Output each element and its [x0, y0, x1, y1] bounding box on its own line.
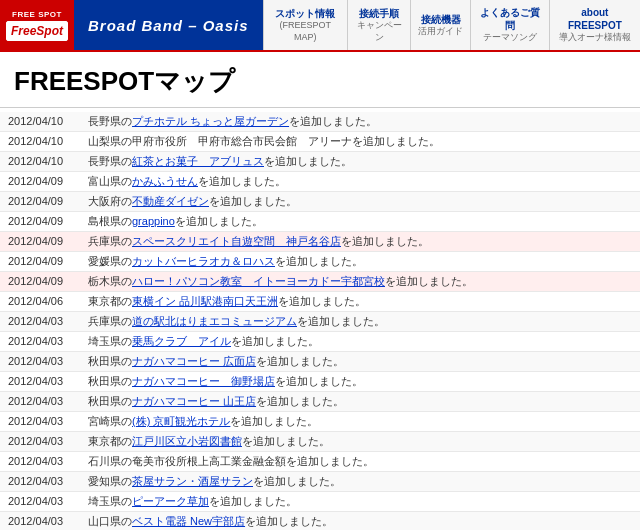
entry-date: 2012/04/10 — [8, 155, 88, 167]
freespot-logo-box: FreeSpot — [6, 21, 68, 41]
nav-sub-devices: 活用ガイド — [418, 26, 463, 38]
entry-row: 2012/04/03秋田県のナガハマコーヒー 広面店を追加しました。 — [0, 352, 640, 372]
entry-link[interactable]: かみふうせん — [132, 175, 198, 187]
entry-date: 2012/04/09 — [8, 275, 88, 287]
header: FREE SPOT FreeSpot Broad Band – Oasis スポ… — [0, 0, 640, 52]
freespot-badge: FREE SPOT — [9, 9, 65, 20]
entry-text: 埼玉県のピーアーク草加を追加しました。 — [88, 494, 632, 509]
entry-link[interactable]: スペースクリエイト自遊空間 神戸名谷店 — [132, 235, 341, 247]
entry-link[interactable]: カットバーヒラオカ＆ロハス — [132, 255, 275, 267]
entry-link[interactable]: ナガハマコーヒー 御野場店 — [132, 375, 275, 387]
entry-text: 大阪府の不動産ダイゼンを追加しました。 — [88, 194, 632, 209]
entry-text: 東京都の江戸川区立小岩図書館を追加しました。 — [88, 434, 632, 449]
entry-row: 2012/04/09栃木県のハロー！パソコン教室 イトーヨーカドー宇都宮校を追加… — [0, 272, 640, 292]
entry-row: 2012/04/03石川県の奄美市役所根上高工業金融金額を追加しました。 — [0, 452, 640, 472]
entry-link[interactable]: 江戸川区立小岩図書館 — [132, 435, 242, 447]
entry-row: 2012/04/09兵庫県のスペースクリエイト自遊空間 神戸名谷店を追加しました… — [0, 232, 640, 252]
entry-row: 2012/04/03山口県のベスト電器 New宇部店を追加しました。 — [0, 512, 640, 530]
entry-text: 石川県の奄美市役所根上高工業金融金額を追加しました。 — [88, 454, 632, 469]
entry-text: 宮崎県の(株) 京町観光ホテルを追加しました。 — [88, 414, 632, 429]
entry-text: 山口県のベスト電器 New宇部店を追加しました。 — [88, 514, 632, 529]
entry-row: 2012/04/03東京都の江戸川区立小岩図書館を追加しました。 — [0, 432, 640, 452]
entry-row: 2012/04/03埼玉県のピーアーク草加を追加しました。 — [0, 492, 640, 512]
entry-row: 2012/04/03兵庫県の道の駅北はりまエコミュージアムを追加しました。 — [0, 312, 640, 332]
entry-link[interactable]: (株) 京町観光ホテル — [132, 415, 230, 427]
entry-link[interactable]: 不動産ダイゼン — [132, 195, 209, 207]
entry-text: 愛知県の茶屋サラン・酒屋サランを追加しました。 — [88, 474, 632, 489]
entry-link[interactable]: ナガハマコーヒー 山王店 — [132, 395, 256, 407]
nav-sub-connect: キャンペーン — [354, 20, 404, 43]
entry-row: 2012/04/03宮崎県の(株) 京町観光ホテルを追加しました。 — [0, 412, 640, 432]
page-title-area: FREESPOTマップ — [0, 52, 640, 108]
logo-area: FREE SPOT FreeSpot — [0, 0, 74, 50]
entry-link[interactable]: ピーアーク草加 — [132, 495, 209, 507]
entry-link[interactable]: 東横イン 品川駅港南口天王洲 — [132, 295, 278, 307]
entry-row: 2012/04/06東京都の東横イン 品川駅港南口天王洲を追加しました。 — [0, 292, 640, 312]
entry-date: 2012/04/03 — [8, 475, 88, 487]
logo-wrapper: FREE SPOT FreeSpot — [6, 9, 68, 41]
entry-row: 2012/04/09富山県のかみふうせんを追加しました。 — [0, 172, 640, 192]
entry-link[interactable]: grappino — [132, 215, 175, 227]
entry-row: 2012/04/10長野県のプチホテル ちょっと屋ガーデンを追加しました。 — [0, 112, 640, 132]
nav-sub-about: 導入オーナ様情報 — [559, 32, 631, 44]
entry-row: 2012/04/03愛知県の茶屋サラン・酒屋サランを追加しました。 — [0, 472, 640, 492]
nav-item-spot-map[interactable]: スポット情報(FREESPOT MAP) — [263, 0, 347, 50]
entry-text: 東京都の東横イン 品川駅港南口天王洲を追加しました。 — [88, 294, 632, 309]
entry-date: 2012/04/03 — [8, 395, 88, 407]
entry-text: 兵庫県のスペースクリエイト自遊空間 神戸名谷店を追加しました。 — [88, 234, 632, 249]
entry-date: 2012/04/03 — [8, 515, 88, 527]
nav-sub-faq: テーマソング — [483, 32, 537, 44]
entry-date: 2012/04/10 — [8, 115, 88, 127]
entry-link[interactable]: 乗馬クラブ アイル — [132, 335, 231, 347]
entry-text: 富山県のかみふうせんを追加しました。 — [88, 174, 632, 189]
entry-link[interactable]: ナガハマコーヒー 広面店 — [132, 355, 256, 367]
nav-main-connect: 接続手順 — [359, 7, 399, 20]
nav-sub-spot-map: (FREESPOT MAP) — [270, 20, 341, 43]
entry-text: 長野県の紅茶とお菓子 アブリュスを追加しました。 — [88, 154, 632, 169]
entry-date: 2012/04/06 — [8, 295, 88, 307]
entry-text: 秋田県のナガハマコーヒー 御野場店を追加しました。 — [88, 374, 632, 389]
entry-text: 秋田県のナガハマコーヒー 山王店を追加しました。 — [88, 394, 632, 409]
entry-date: 2012/04/09 — [8, 175, 88, 187]
nav-main-faq: よくあるご質問 — [477, 6, 542, 32]
nav-item-about[interactable]: about FREESPOT導入オーナ様情報 — [549, 0, 640, 50]
content: 2012/04/10長野県のプチホテル ちょっと屋ガーデンを追加しました。201… — [0, 108, 640, 530]
entry-text: 栃木県のハロー！パソコン教室 イトーヨーカドー宇都宮校を追加しました。 — [88, 274, 632, 289]
entry-text: 秋田県のナガハマコーヒー 広面店を追加しました。 — [88, 354, 632, 369]
brand-text: Broad Band – Oasis — [88, 17, 249, 34]
entry-text: 兵庫県の道の駅北はりまエコミュージアムを追加しました。 — [88, 314, 632, 329]
entry-text: 愛媛県のカットバーヒラオカ＆ロハスを追加しました。 — [88, 254, 632, 269]
entry-date: 2012/04/03 — [8, 335, 88, 347]
entry-link[interactable]: 紅茶とお菓子 アブリュス — [132, 155, 264, 167]
entry-text: 埼玉県の乗馬クラブ アイルを追加しました。 — [88, 334, 632, 349]
nav-main-devices: 接続機器 — [421, 13, 461, 26]
entry-row: 2012/04/10山梨県の甲府市役所 甲府市総合市民会館 アリーナを追加しまし… — [0, 132, 640, 152]
entry-row: 2012/04/09大阪府の不動産ダイゼンを追加しました。 — [0, 192, 640, 212]
nav-main-about: about FREESPOT — [556, 6, 634, 32]
entry-date: 2012/04/10 — [8, 135, 88, 147]
nav-item-faq[interactable]: よくあるご質問テーマソング — [470, 0, 548, 50]
entry-link[interactable]: ハロー！パソコン教室 イトーヨーカドー宇都宮校 — [132, 275, 385, 287]
entry-date: 2012/04/03 — [8, 495, 88, 507]
entry-date: 2012/04/03 — [8, 375, 88, 387]
entry-text: 山梨県の甲府市役所 甲府市総合市民会館 アリーナを追加しました。 — [88, 134, 632, 149]
entry-date: 2012/04/09 — [8, 215, 88, 227]
nav-item-connect[interactable]: 接続手順キャンペーン — [347, 0, 410, 50]
brand-area: Broad Band – Oasis — [74, 0, 263, 50]
entry-link[interactable]: プチホテル ちょっと屋ガーデン — [132, 115, 289, 127]
entry-date: 2012/04/09 — [8, 195, 88, 207]
entry-date: 2012/04/09 — [8, 255, 88, 267]
entry-row: 2012/04/10長野県の紅茶とお菓子 アブリュスを追加しました。 — [0, 152, 640, 172]
entry-link[interactable]: 茶屋サラン・酒屋サラン — [132, 475, 253, 487]
entry-link[interactable]: 道の駅北はりまエコミュージアム — [132, 315, 297, 327]
freespot-text: FreeSpot — [11, 24, 63, 38]
entry-row: 2012/04/03秋田県のナガハマコーヒー 御野場店を追加しました。 — [0, 372, 640, 392]
nav-item-devices[interactable]: 接続機器活用ガイド — [410, 0, 470, 50]
entry-date: 2012/04/03 — [8, 435, 88, 447]
entry-row: 2012/04/03埼玉県の乗馬クラブ アイルを追加しました。 — [0, 332, 640, 352]
entry-row: 2012/04/09島根県のgrappinoを追加しました。 — [0, 212, 640, 232]
entry-link[interactable]: ベスト電器 New宇部店 — [132, 515, 245, 527]
entry-date: 2012/04/09 — [8, 235, 88, 247]
entry-date: 2012/04/03 — [8, 455, 88, 467]
entry-date: 2012/04/03 — [8, 315, 88, 327]
